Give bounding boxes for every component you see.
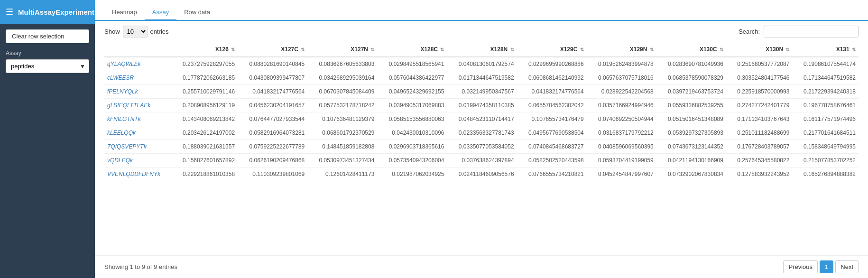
sidebar: ☰ MultiAssayExperiment Clear row selecti… xyxy=(0,0,95,278)
row-value-cell: 0.0585153556880063 xyxy=(377,112,447,126)
row-value-cell: 0.0836267605633803 xyxy=(307,57,377,71)
row-value-cell: 0.190861075544174 xyxy=(792,57,859,71)
col-header-x131[interactable]: X131 ⇅ xyxy=(792,42,859,57)
row-value-cell: 0.0740692250504944 xyxy=(587,112,656,126)
row-name-cell[interactable]: gLSIEQLTTLAEk xyxy=(104,99,172,112)
row-value-cell: 0.257645345580822 xyxy=(726,154,792,167)
row-value-cell: 0.177872062663185 xyxy=(172,71,238,85)
show-label: Show xyxy=(104,28,120,35)
col-header-x129n[interactable]: X129N ⇅ xyxy=(587,42,656,57)
search-wrapper: Search: xyxy=(739,26,859,37)
row-value-cell: 0.0577532178718242 xyxy=(307,99,377,112)
row-name-cell[interactable]: kFNILGTNTk xyxy=(104,112,172,126)
entries-per-page-select[interactable]: 10 25 50 100 xyxy=(123,26,148,37)
next-page-button[interactable]: Next xyxy=(835,260,859,273)
row-value-cell: 0.0456230204191657 xyxy=(238,99,307,112)
table-row: cLWEESR0.1778720626631850.04308093994778… xyxy=(104,71,859,85)
row-value-cell: 0.237275928297055 xyxy=(172,57,238,71)
table-row: kFNILGTNTk0.1434080692138420.07644770279… xyxy=(104,112,859,126)
row-value-cell: 0.0576044386422977 xyxy=(377,71,447,85)
tabs-bar: Heatmap Assay Row data xyxy=(95,0,868,21)
row-value-cell: 0.0495677690538504 xyxy=(517,126,587,140)
row-value-cell: 0.0408596069560395 xyxy=(587,140,656,154)
tab-row-data[interactable]: Row data xyxy=(176,5,218,21)
col-header-x130c[interactable]: X130C ⇅ xyxy=(656,42,726,57)
table-row: gLSIEQLTTLAEk0.2089089561291190.04562302… xyxy=(104,99,859,112)
row-value-cell: 0.203426124197002 xyxy=(172,126,238,140)
row-value-cell: 0.251011182488699 xyxy=(726,126,792,140)
app-title: MultiAssayExperiment xyxy=(18,8,94,16)
row-value-cell: 0.0335077053584052 xyxy=(447,140,517,154)
row-value-cell: 0.0496524329692155 xyxy=(377,85,447,99)
row-value-cell: 0.0626190209476868 xyxy=(238,154,307,167)
row-value-cell: 0.0880281690140845 xyxy=(238,57,307,71)
row-value-cell: 0.156827601657892 xyxy=(172,154,238,167)
row-name-cell[interactable]: vQDLEQk xyxy=(104,154,172,167)
tab-assay[interactable]: Assay xyxy=(145,5,176,21)
row-name-cell[interactable]: fPELNYQLk xyxy=(104,85,172,99)
col-header-name[interactable] xyxy=(104,42,172,57)
row-name-cell[interactable]: cLWEESR xyxy=(104,71,172,85)
row-name-cell[interactable]: VVENLQDDFDFNYk xyxy=(104,167,172,181)
row-value-cell: 0.217229394240318 xyxy=(792,85,859,99)
previous-page-button[interactable]: Previous xyxy=(783,260,818,273)
row-value-cell: 0.0484523110714417 xyxy=(447,112,517,126)
hamburger-icon[interactable]: ☰ xyxy=(6,7,13,17)
row-value-cell: 0.0316837179792212 xyxy=(587,126,656,140)
col-header-x128n[interactable]: X128N ⇅ xyxy=(447,42,517,57)
row-value-cell: 0.171344647519582 xyxy=(792,71,859,85)
clear-row-selection-button[interactable]: Clear row selection xyxy=(6,29,89,43)
data-table-wrapper: X126 ⇅ X127C ⇅ X127N ⇅ X128C ⇅ X128N ⇅ X… xyxy=(95,42,868,255)
row-value-cell: 0.0573540943206004 xyxy=(377,154,447,167)
row-value-cell: 0.303524804177546 xyxy=(726,71,792,85)
row-value-cell: 0.274277242401779 xyxy=(726,99,792,112)
row-value-cell: 0.021987062034925 xyxy=(377,167,447,181)
row-value-cell: 0.12601428411173 xyxy=(307,167,377,181)
col-header-x127n[interactable]: X127N ⇅ xyxy=(307,42,377,57)
table-header-row: X126 ⇅ X127C ⇅ X127N ⇅ X128C ⇅ X128N ⇅ X… xyxy=(104,42,859,57)
row-value-cell: 0.0342689295039164 xyxy=(307,71,377,85)
row-value-cell: 0.0397219463753724 xyxy=(656,85,726,99)
row-value-cell: 0.037638624397894 xyxy=(447,154,517,167)
row-name-cell[interactable]: kLEELQQk xyxy=(104,126,172,140)
row-value-cell: 0.229218861010358 xyxy=(172,167,238,181)
page-1-button[interactable]: 1 xyxy=(820,260,833,273)
row-value-cell: 0.255710029791146 xyxy=(172,85,238,99)
row-value-cell: 0.127883932243952 xyxy=(726,167,792,181)
row-value-cell: 0.251680537772087 xyxy=(726,57,792,71)
sidebar-content: Clear row selection Assay: peptides ▼ xyxy=(0,24,95,79)
row-value-cell: 0.171134103767643 xyxy=(726,112,792,126)
table-row: kLEELQQk0.2034261241970020.0582916964073… xyxy=(104,126,859,140)
row-value-cell: 0.041832174776564 xyxy=(238,85,307,99)
row-value-cell: 0.0241184609056576 xyxy=(447,167,517,181)
search-label: Search: xyxy=(739,28,760,35)
search-input[interactable] xyxy=(764,26,859,37)
row-value-cell: 0.0582916964073281 xyxy=(238,126,307,140)
row-name-cell[interactable]: TQIQSVEPYTk xyxy=(104,140,172,154)
row-value-cell: 0.196778758676461 xyxy=(792,99,859,112)
row-value-cell: 0.148451859182808 xyxy=(307,140,377,154)
tab-heatmap[interactable]: Heatmap xyxy=(104,5,145,21)
row-value-cell: 0.107636481129379 xyxy=(307,112,377,126)
entries-label: entries xyxy=(150,28,169,35)
table-row: fPELNYQLk0.2557100297911460.041832174776… xyxy=(104,85,859,99)
row-value-cell: 0.041832174776564 xyxy=(517,85,587,99)
col-header-x130n[interactable]: X130N ⇅ xyxy=(726,42,792,57)
col-header-x129c[interactable]: X129C ⇅ xyxy=(517,42,587,57)
main-content: Heatmap Assay Row data Show 10 25 50 100… xyxy=(95,0,868,278)
row-value-cell: 0.0430809399477807 xyxy=(238,71,307,85)
col-header-x127c[interactable]: X127C ⇅ xyxy=(238,42,307,57)
row-value-cell: 0.0199474358110385 xyxy=(447,99,517,112)
col-header-x126[interactable]: X126 ⇅ xyxy=(172,42,238,57)
row-name-cell[interactable]: qYLAQWLEk xyxy=(104,57,172,71)
row-value-cell: 0.0732902067830834 xyxy=(656,167,726,181)
row-value-cell: 0.0593704419199059 xyxy=(587,154,656,167)
row-value-cell: 0.107655734176479 xyxy=(517,112,587,126)
assay-select[interactable]: peptides xyxy=(6,59,89,73)
row-value-cell: 0.0408130601792574 xyxy=(447,57,517,71)
row-value-cell: 0.0559336882539255 xyxy=(656,99,726,112)
table-row: VVENLQDDFDFNYk0.2292188610103580.1103092… xyxy=(104,167,859,181)
col-header-x128c[interactable]: X128C ⇅ xyxy=(377,42,447,57)
table-row: TQIQSVEPYTk0.1880390216315570.0759225222… xyxy=(104,140,859,154)
row-value-cell: 0.0195262483994878 xyxy=(587,57,656,71)
